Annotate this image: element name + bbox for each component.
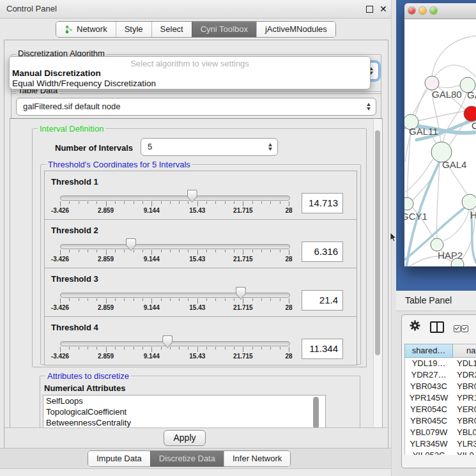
table-row[interactable]: YBR043CYBR0 — [405, 381, 476, 392]
gear-icon[interactable] — [410, 320, 420, 331]
network-view-window[interactable]: GAL80GACGAL11GAL4GCY1HHAP2 — [404, 3, 476, 266]
column-header-shared-name[interactable]: shared… — [404, 344, 453, 358]
tab-cyni-toolbox[interactable]: Cyni Toolbox — [192, 22, 256, 37]
bottom-tab-discretize-data[interactable]: Discretize Data — [150, 451, 224, 466]
tab-network[interactable]: Network — [56, 22, 116, 37]
table-row[interactable]: YBR045CYBR0 — [405, 415, 476, 427]
minimize-traffic-light-icon[interactable] — [419, 7, 426, 14]
slider-tick — [79, 250, 79, 252]
slider-thumb[interactable] — [187, 190, 197, 203]
list-scrollbar[interactable] — [313, 397, 319, 429]
tab-style[interactable]: Style — [116, 22, 151, 37]
table-row[interactable]: YDR27…YDR2 — [405, 369, 476, 381]
network-node-label: H — [470, 210, 476, 220]
slider-tick — [280, 347, 280, 349]
slider-tick — [151, 201, 152, 206]
apply-button[interactable]: Apply — [164, 430, 206, 446]
attribute-item[interactable]: TopologicalCoefficient — [43, 406, 325, 417]
slider-tick — [215, 201, 216, 204]
network-node[interactable] — [464, 106, 476, 121]
slider-track[interactable] — [60, 341, 290, 346]
table-data-combobox[interactable]: galFiltered.sif default node — [16, 98, 376, 116]
network-node-label: GAL4 — [442, 159, 466, 170]
slider-tick — [289, 201, 289, 206]
slider-tick — [234, 201, 234, 204]
slider-track[interactable] — [60, 244, 290, 249]
slider-tick — [60, 298, 61, 303]
close-traffic-light-icon[interactable] — [408, 7, 415, 14]
slider-thumb[interactable] — [126, 238, 136, 251]
slider-tick — [243, 347, 243, 352]
threshold-value-field[interactable]: 14.713 — [302, 193, 343, 213]
table-row[interactable]: YPR145WYPR1 — [405, 392, 476, 404]
network-node[interactable] — [425, 76, 439, 90]
tab-select[interactable]: Select — [151, 22, 192, 37]
slider-tick-label: 28 — [285, 207, 292, 214]
network-node[interactable] — [431, 238, 443, 251]
network-node[interactable] — [404, 197, 413, 210]
attribute-item[interactable]: SelfLoops — [43, 395, 325, 406]
slider-track[interactable] — [60, 293, 290, 298]
bottom-tab-label: Infer Network — [233, 451, 282, 466]
algorithm-option[interactable]: Equal Width/Frequency Discretization — [12, 79, 156, 88]
cell-shared-name: YBR043C — [405, 381, 452, 392]
slider-tick — [151, 250, 152, 255]
slider-tick — [252, 201, 253, 204]
slider-tick-label: 21.715 — [233, 353, 253, 360]
tab-jactivemnodules[interactable]: jActiveMNodules — [256, 22, 335, 37]
number-of-intervals-combobox[interactable]: 5 — [141, 138, 278, 156]
slider-tick — [88, 298, 88, 301]
table-row[interactable]: YDL19…YDL1 — [405, 358, 476, 369]
threshold-row-label: Threshold 2 — [51, 226, 98, 235]
network-canvas[interactable]: GAL80GACGAL11GAL4GCY1HHAP2 — [404, 19, 476, 266]
slider-tick — [179, 250, 180, 252]
table-row[interactable]: YLR345WYLR3 — [405, 438, 476, 450]
slider-tick — [161, 201, 162, 204]
float-window-icon[interactable] — [366, 6, 373, 13]
network-node[interactable] — [462, 194, 476, 210]
slider-thumb[interactable] — [236, 287, 246, 300]
network-edge — [436, 162, 440, 238]
slider-tick — [261, 250, 262, 252]
close-icon[interactable]: ✕ — [380, 3, 387, 15]
slider-tick-label: -3.426 — [51, 207, 69, 214]
zoom-traffic-light-icon[interactable] — [430, 7, 437, 14]
slider-tick — [188, 250, 188, 252]
bottom-tab-infer-network[interactable]: Infer Network — [224, 451, 290, 466]
slider-tick — [215, 250, 216, 252]
table-row[interactable]: YER054CYER0 — [405, 404, 476, 415]
slider-thumb[interactable] — [162, 335, 173, 348]
numerical-attributes-list[interactable]: SelfLoopsTopologicalCoefficientBetweenne… — [43, 395, 326, 429]
table-row[interactable]: YIL052CYIL0 — [405, 450, 476, 455]
bottom-tab-impute-data[interactable]: Impute Data — [88, 451, 150, 466]
slider-tick — [270, 347, 271, 349]
network-node-label: GAL80 — [432, 89, 462, 100]
network-window-titlebar[interactable] — [404, 3, 476, 19]
number-of-intervals-label: Number of Intervals — [55, 143, 133, 153]
panel-scrollbar-track[interactable] — [373, 119, 383, 428]
column-header-name[interactable]: na — [453, 344, 476, 358]
slider-tick — [289, 298, 289, 303]
tab-label: Select — [160, 22, 183, 37]
slider-tick — [225, 298, 226, 301]
attribute-item[interactable]: BetweennessCentrality — [43, 417, 325, 428]
slider-tick — [88, 201, 88, 204]
slider-tick — [270, 201, 271, 204]
table-row[interactable]: YBL079WYBL0 — [405, 427, 476, 438]
panel-scrollbar-thumb[interactable] — [375, 130, 380, 355]
bottom-tab-label: Impute Data — [96, 451, 142, 466]
slider-tick — [161, 298, 162, 301]
slider-tick — [179, 347, 180, 349]
slider-track[interactable] — [60, 196, 290, 201]
threshold-value-field[interactable]: 6.316 — [302, 242, 343, 262]
columns-icon[interactable] — [430, 321, 444, 333]
slider-tick — [252, 347, 253, 349]
checkboxes-icon[interactable] — [454, 323, 469, 335]
threshold-value-field[interactable]: 11.344 — [302, 339, 343, 359]
slider-tick — [69, 347, 70, 349]
cell-shared-name: YDL19… — [405, 358, 452, 369]
threshold-value-field[interactable]: 21.4 — [302, 290, 343, 311]
slider-tick — [79, 201, 79, 204]
cell-shared-name: YPR145W — [405, 392, 452, 404]
algorithm-option[interactable]: Manual Discretization — [12, 68, 101, 78]
